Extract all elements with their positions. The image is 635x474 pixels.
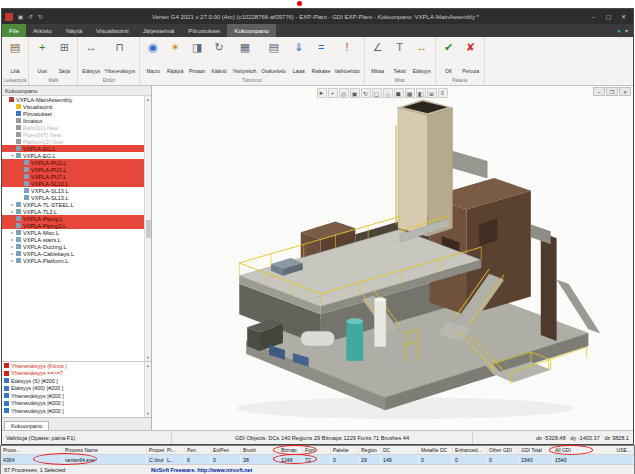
gdi-column-header[interactable]: Pr... <box>165 446 185 454</box>
expand-arrow-icon[interactable]: ▸ <box>10 216 15 221</box>
ribbon-tab[interactable]: Kokoonpano <box>227 24 276 37</box>
gdi-column-header[interactable]: Font <box>303 446 331 454</box>
grid-toggle-icon[interactable]: ⊞ <box>427 88 437 98</box>
scroll-thumb[interactable] <box>146 220 151 238</box>
gdi-cell[interactable]: 0 <box>331 455 359 464</box>
expand-arrow-icon[interactable]: ▸ <box>10 237 15 242</box>
gdi-cell[interactable]: 0 <box>211 455 241 464</box>
gdi-column-header[interactable]: Pen <box>185 446 211 454</box>
tree-scrollbar[interactable]: ▲ ▼ <box>144 96 151 361</box>
gdi-column-header[interactable]: Proce... <box>1 446 63 454</box>
close-button[interactable]: ✕ <box>616 10 631 23</box>
gdi-cell[interactable]: 6 <box>185 455 211 464</box>
tree-item[interactable]: ▸ VXPLA-Platform.L <box>2 257 144 264</box>
tree-item[interactable]: Piirustukset <box>2 110 144 117</box>
front-view-icon[interactable]: ◻ <box>372 88 382 98</box>
ribbon-button[interactable]: ▤ Liitä <box>4 38 26 77</box>
ribbon-button[interactable]: ◨ Pintaan <box>186 38 208 77</box>
ribbon-button[interactable]: ! Vaihtoehdot <box>332 38 361 77</box>
gdi-cell[interactable]: 149 <box>381 455 419 464</box>
ribbon-button[interactable]: ⊞ Sarja <box>53 38 75 77</box>
expand-arrow-icon[interactable]: ▸ <box>10 146 15 151</box>
viewport[interactable]: ►+◎▣↻◻◇◼▦◧⊞≡ ‒❐✕ <box>152 86 633 430</box>
gdi-cell[interactable]: 72 <box>303 455 331 464</box>
constraint-item[interactable]: Etäisyys (400) [#200 ] <box>2 385 144 393</box>
ribbon-button[interactable]: ✔ OK <box>438 38 460 77</box>
gdi-cell[interactable]: 1540 <box>519 455 553 464</box>
gdi-column-header[interactable]: Metafile DC <box>419 446 453 454</box>
ribbon-button[interactable]: T Teksti <box>389 38 411 77</box>
tree-item[interactable]: ▸ VXPLA-EG.L <box>2 145 144 152</box>
ribbon-button[interactable]: ✘ Peruuta <box>460 38 482 77</box>
gdi-cell[interactable]: 0 <box>487 455 519 464</box>
save-icon[interactable]: ▣ <box>16 13 25 20</box>
viewport-minimize-button[interactable]: ‒ <box>593 87 605 96</box>
expand-arrow-icon[interactable]: ▸ <box>10 258 15 263</box>
expand-arrow-icon[interactable]: ▾ <box>10 153 15 158</box>
ribbon-button[interactable]: ⇓ Lataa <box>288 38 310 77</box>
tree-item[interactable]: VXPLA-SL13.L <box>2 194 144 201</box>
gdi-column-header[interactable]: Brush <box>241 446 279 454</box>
constraint-item[interactable]: Yhteneväisyys [#200 ] <box>2 407 144 415</box>
gdi-column-header[interactable]: GDI Total <box>519 446 553 454</box>
tree-item[interactable]: Pipes(NT) New <box>2 131 144 138</box>
gdi-column-header[interactable]: USE... <box>615 446 634 454</box>
constraint-item[interactable]: Yhteneväisyys [#200 ] <box>2 392 144 400</box>
expand-arrow-icon[interactable]: ▸ <box>10 209 15 214</box>
constraint-item[interactable]: Yhteneväisyys ==>=7 <box>2 370 144 378</box>
ribbon-button[interactable]: ↻ Kääntö <box>208 38 230 77</box>
tree-item[interactable]: ▸ VXPLA-Misc.L <box>2 229 144 236</box>
gdi-cell[interactable]: L.. <box>165 455 185 464</box>
ribbon-button[interactable]: = Ratkaise <box>310 38 333 77</box>
tree-item[interactable]: VXPLA-MainAssembly <box>2 96 144 103</box>
tree-item[interactable]: VXPLA-PU7.L <box>2 173 144 180</box>
ribbon-button[interactable]: ▤ Osaluettelo <box>260 38 288 77</box>
gdi-column-header[interactable]: Enhanced... <box>453 446 487 454</box>
shaded-mode-icon[interactable]: ◼ <box>394 88 404 98</box>
select-tool-icon[interactable]: ► <box>317 88 327 98</box>
gdi-column-header[interactable]: Other GDI <box>487 446 519 454</box>
gdi-column-header[interactable]: Palette <box>331 446 359 454</box>
viewport-restore-button[interactable]: ❐ <box>606 87 618 96</box>
scroll-down-icon[interactable]: ▼ <box>146 411 150 416</box>
scroll-up-icon[interactable]: ▲ <box>146 97 150 102</box>
wireframe-mode-icon[interactable]: ▦ <box>405 88 415 98</box>
expand-arrow-icon[interactable]: ▸ <box>10 251 15 256</box>
zoom-tool-icon[interactable]: ◎ <box>339 88 349 98</box>
tree-item[interactable]: Visualisointi <box>2 103 144 110</box>
expand-arrow-icon[interactable]: ▸ <box>10 244 15 249</box>
tree-item[interactable]: VXPLA-SL10.L <box>2 180 144 187</box>
tree-item[interactable]: ▸ VXPLA-Piping.L <box>2 215 144 222</box>
tree-item[interactable]: VXPLA-PU1.L <box>2 159 144 166</box>
expand-arrow-icon[interactable]: ▸ <box>10 230 15 235</box>
ribbon-tab[interactable]: Visualisointi <box>89 24 136 37</box>
tree-item[interactable]: VXPLA-PU1.L <box>2 166 144 173</box>
undo-icon[interactable]: ↺ <box>26 13 35 20</box>
viewport-close-button[interactable]: ✕ <box>619 87 631 96</box>
iso-view-icon[interactable]: ◇ <box>383 88 393 98</box>
tree-item[interactable]: Platform(2) New <box>2 138 144 145</box>
gdi-cell[interactable]: 1246 <box>279 455 303 464</box>
gdi-column-header[interactable]: Process Name <box>63 446 147 454</box>
constraint-item[interactable]: Etäisyys (S) [#200 ] <box>2 377 144 385</box>
gdi-cell[interactable]: vertex64.exe <box>63 455 147 464</box>
constraint-item[interactable]: Yhteneväisyys (Kiinnit.) <box>2 362 144 370</box>
ribbon-tab[interactable]: File <box>2 24 26 37</box>
3d-plant-model[interactable] <box>152 86 633 430</box>
constraint-item[interactable]: Yhteneväisyys [#200 ] <box>2 400 144 408</box>
nirsoft-link[interactable]: NirSoft Freeware. http://www.nirsoft.net <box>151 467 252 473</box>
tree-item[interactable]: ▸ VXPLA-TL-STEEL.L <box>2 201 144 208</box>
ribbon-tab[interactable]: Piirustukset <box>181 24 227 37</box>
gdi-column-header[interactable]: Bitmap <box>279 446 303 454</box>
ribbon-tab[interactable]: Järjestelmä <box>136 24 182 37</box>
scroll-down-icon[interactable]: ▼ <box>146 355 150 360</box>
gdi-column-header[interactable]: ExtPen <box>211 446 241 454</box>
ribbon-button[interactable]: ∠ Mittaa <box>367 38 389 77</box>
tree-item[interactable]: Ilmaisut <box>2 117 144 124</box>
status-teal-icon[interactable]: ● <box>617 28 621 34</box>
gdi-cell[interactable]: 1540 <box>553 455 629 464</box>
tree-item[interactable]: ▸ VXPLA-Piping2.L <box>2 222 144 229</box>
ribbon-button[interactable]: ✶ Räjäytä <box>164 38 186 77</box>
redo-icon[interactable]: ↻ <box>36 13 45 20</box>
ribbon-button[interactable]: ↔ Etäisyys <box>80 38 102 77</box>
